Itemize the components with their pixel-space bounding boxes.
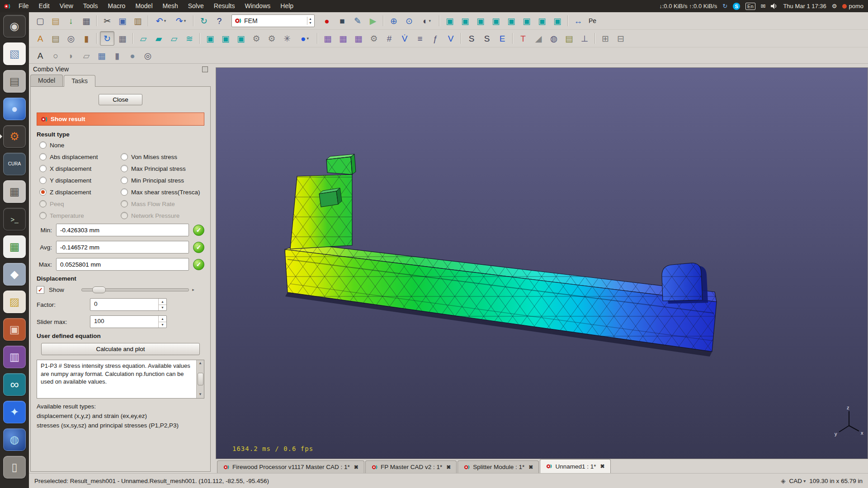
fem-post-filter-clip[interactable]: ⊥ bbox=[577, 31, 592, 46]
3d-viewport[interactable]: z y x 1634.2 ms / 0.6 fps bbox=[216, 67, 868, 459]
tab-close-icon[interactable]: ✖ bbox=[528, 464, 533, 470]
part-cone[interactable]: ◗ bbox=[64, 49, 78, 63]
radio-min-principal-stress[interactable]: Min Principal stress bbox=[121, 177, 184, 184]
menu-item[interactable]: View bbox=[55, 0, 78, 12]
libreoffice-calc[interactable]: ▦ bbox=[3, 235, 26, 258]
fem-mesh-to-mesh[interactable]: # bbox=[382, 31, 396, 46]
terminal[interactable]: >_ bbox=[3, 208, 26, 230]
view-rear[interactable]: ▣ bbox=[504, 14, 519, 28]
fem-mesh-group[interactable]: ⚙ bbox=[367, 31, 381, 46]
macro-stop[interactable]: ■ bbox=[335, 14, 349, 28]
zoom-fit-all[interactable]: ⊕ bbox=[387, 14, 401, 28]
calculate-and-plot-button[interactable]: Calculate and plot bbox=[41, 343, 200, 355]
fem-material-solid[interactable]: ▮ bbox=[79, 31, 94, 46]
menu-item[interactable]: Windows bbox=[240, 0, 275, 12]
fem-equation-flow[interactable]: V̇ bbox=[397, 31, 412, 46]
inkscape[interactable]: ◆ bbox=[3, 263, 26, 286]
file-print[interactable]: ▦ bbox=[79, 14, 94, 28]
radio-max-principal-stress[interactable]: Max Principal stress bbox=[121, 165, 186, 172]
blue-burst-app[interactable]: ✦ bbox=[3, 401, 26, 423]
calculator[interactable]: ▦ bbox=[3, 180, 26, 203]
equation-textarea[interactable]: P1-P3 # Stress intensity stress equation… bbox=[37, 360, 204, 399]
part-box[interactable]: ▦ bbox=[94, 49, 109, 63]
edit-paste[interactable]: ▥ bbox=[131, 14, 145, 28]
min-value-field[interactable] bbox=[56, 224, 189, 236]
menu-item[interactable]: Solve bbox=[183, 0, 209, 12]
view-right[interactable]: ▣ bbox=[489, 14, 503, 28]
fem-recompute[interactable]: ↻ bbox=[100, 31, 114, 46]
sep[interactable] bbox=[132, 33, 133, 44]
fem-constraint-force[interactable]: ● bbox=[295, 31, 314, 46]
scroll-up-icon[interactable]: ▲ bbox=[198, 361, 202, 366]
fem-constraint-contact[interactable]: ⚙ bbox=[249, 31, 264, 46]
zoom-selection[interactable]: ⊙ bbox=[402, 14, 416, 28]
fem-analysis[interactable]: A bbox=[33, 31, 47, 46]
view-top[interactable]: ▣ bbox=[473, 14, 488, 28]
max-value-field[interactable] bbox=[56, 258, 189, 271]
view-isometric[interactable]: ▣ bbox=[443, 14, 457, 28]
fem-constraint-transform[interactable]: ⚙ bbox=[264, 31, 279, 46]
ubuntu-dash[interactable]: ◉ bbox=[3, 15, 26, 38]
mdi-tab-unnamed1[interactable]: Unnamed1 : 1* ✖ bbox=[540, 459, 610, 473]
fem-mesh-boundary-layer[interactable]: ▦ bbox=[336, 31, 350, 46]
radio-max-shear-stress[interactable]: Max shear stress(Tresca) bbox=[121, 188, 200, 196]
fem-element-geometry-1d[interactable]: ▱ bbox=[136, 31, 151, 46]
macro-record[interactable]: ● bbox=[320, 14, 334, 28]
image-viewer[interactable]: ▧ bbox=[3, 42, 26, 65]
slider-max-spinbox[interactable]: 100 ▲▼ bbox=[90, 315, 167, 328]
fem-equation-electrostatic[interactable]: ƒ bbox=[428, 31, 443, 46]
sep[interactable] bbox=[439, 15, 440, 26]
fem-solver-elmer[interactable]: E bbox=[495, 31, 509, 46]
sep[interactable] bbox=[96, 33, 97, 44]
fem-constraint-plane-rotation[interactable]: ▣ bbox=[234, 31, 248, 46]
mdi-tab-fp-master-cad[interactable]: FP Master CAD v2 : 1* ✖ bbox=[365, 460, 457, 473]
mdi-tab-firewood-processor[interactable]: Firewood Processor v1117 Master CAD : 1*… bbox=[217, 460, 364, 473]
edit-redo[interactable]: ↷ bbox=[171, 14, 190, 28]
tab-close-icon[interactable]: ✖ bbox=[446, 464, 451, 470]
radio-z-displacement[interactable]: Z displacement bbox=[39, 188, 121, 196]
edit-undo[interactable]: ↶ bbox=[151, 14, 170, 28]
fem-solver-calculix-ccx[interactable]: S bbox=[464, 31, 479, 46]
fem-post-pipeline[interactable]: ◍ bbox=[547, 31, 561, 46]
toolbar-overflow-label[interactable]: Pe bbox=[586, 14, 599, 28]
scroll-down-icon[interactable]: ▼ bbox=[198, 392, 202, 397]
scrollbar-thumb[interactable] bbox=[198, 373, 203, 385]
menu-item[interactable]: Mesh bbox=[158, 0, 183, 12]
sep[interactable] bbox=[148, 15, 149, 26]
sep[interactable] bbox=[96, 15, 97, 26]
sep[interactable] bbox=[594, 33, 595, 44]
fem-mesh-display[interactable]: ◎ bbox=[64, 31, 78, 46]
file-open[interactable]: ▤ bbox=[48, 14, 63, 28]
network-speed-indicator[interactable]: ↓:0.0 KiB/s ↑:0.0 KiB/s bbox=[659, 3, 717, 9]
sep[interactable] bbox=[199, 33, 200, 44]
volume-icon[interactable] bbox=[771, 3, 778, 9]
view-left[interactable]: ▣ bbox=[535, 14, 549, 28]
menu-item[interactable]: Model bbox=[130, 0, 157, 12]
part-plane[interactable]: ▱ bbox=[79, 49, 94, 63]
equation-scrollbar[interactable]: ▲ ▼ bbox=[196, 360, 204, 398]
spinbox-arrows-icon[interactable]: ▲▼ bbox=[158, 299, 166, 310]
column[interactable] bbox=[290, 154, 356, 249]
session-gear-icon[interactable]: ⚙ bbox=[832, 3, 837, 9]
fem-constraint-displacement[interactable]: ▣ bbox=[218, 31, 233, 46]
workbench-selector[interactable]: FEM ▲▼ bbox=[231, 14, 315, 27]
fem-post-functions[interactable]: ▤ bbox=[562, 31, 576, 46]
edit-cut[interactable]: ✂ bbox=[100, 14, 114, 28]
photo-editor[interactable]: ▨ bbox=[3, 291, 26, 313]
sep[interactable] bbox=[317, 33, 318, 44]
purple-app[interactable]: ▥ bbox=[3, 346, 26, 368]
sep[interactable] bbox=[193, 15, 194, 26]
draft-text[interactable]: A bbox=[33, 49, 47, 63]
skype-icon[interactable]: S bbox=[733, 3, 740, 10]
app-window-icon[interactable] bbox=[0, 3, 14, 10]
fem-mesh-region[interactable]: ▦ bbox=[351, 31, 366, 46]
fem-mesh-clear[interactable]: ▦ bbox=[115, 31, 130, 46]
cura[interactable]: CURA bbox=[3, 153, 26, 175]
part-torus[interactable]: ◎ bbox=[141, 49, 155, 63]
menu-item[interactable]: Help bbox=[275, 0, 298, 12]
view-front[interactable]: ▣ bbox=[458, 14, 472, 28]
clock[interactable]: Thu Mar 1 17:36 bbox=[783, 3, 826, 9]
measure-distance[interactable]: ↔ bbox=[571, 14, 585, 28]
web-browser[interactable]: ◍ bbox=[3, 428, 26, 451]
radio-y-displacement[interactable]: Y displacement bbox=[39, 177, 121, 184]
